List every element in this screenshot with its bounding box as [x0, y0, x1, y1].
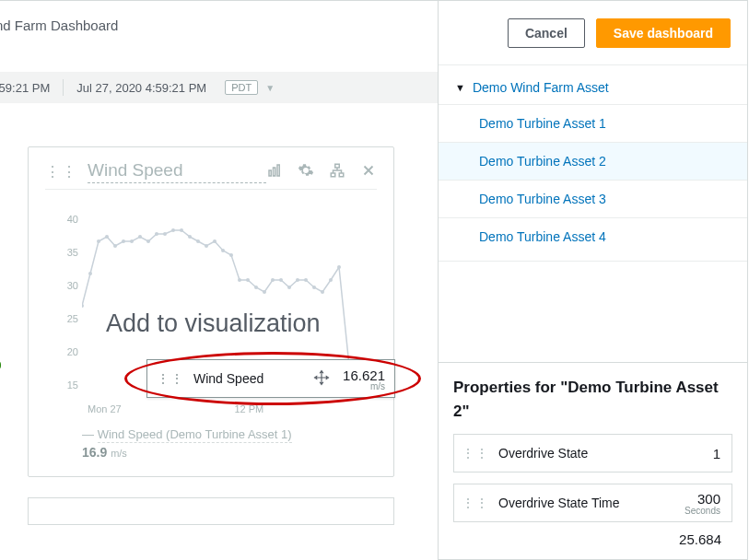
- close-icon[interactable]: [360, 162, 377, 181]
- svg-point-34: [312, 286, 316, 289]
- widget-title[interactable]: Wind Speed: [88, 160, 266, 183]
- right-panel: Cancel Save dashboard ▼ Demo Wind Farm A…: [438, 0, 748, 560]
- drop-overlay-text: Add to visualization: [106, 309, 321, 338]
- svg-rect-1: [274, 168, 275, 176]
- svg-point-13: [138, 235, 142, 239]
- svg-point-33: [304, 278, 308, 282]
- svg-point-27: [254, 286, 258, 289]
- svg-point-35: [321, 290, 324, 294]
- svg-point-18: [180, 228, 183, 232]
- hierarchy-icon[interactable]: [329, 162, 345, 181]
- time-range-bar: :59:21 PM Jul 27, 2020 4:59:21 PM PDT ▼: [0, 72, 438, 103]
- prop-unit: Seconds: [685, 507, 720, 515]
- chip-label: Wind Speed: [193, 371, 300, 386]
- svg-rect-3: [335, 164, 340, 168]
- svg-point-22: [213, 239, 217, 243]
- legend-label[interactable]: Wind Speed (Demo Turbine Asset 1): [98, 427, 292, 443]
- svg-point-10: [113, 244, 117, 248]
- svg-point-19: [188, 235, 192, 239]
- svg-point-17: [171, 228, 175, 232]
- svg-point-28: [263, 290, 266, 294]
- svg-rect-4: [331, 173, 335, 177]
- svg-point-9: [105, 235, 109, 239]
- svg-point-26: [246, 278, 250, 282]
- svg-point-15: [155, 232, 158, 236]
- chip-value: 16.621: [343, 368, 385, 383]
- svg-point-16: [163, 232, 167, 236]
- tree-child-4[interactable]: Demo Turbine Asset 4: [439, 217, 747, 255]
- time-end-partial: :59:21 PM: [0, 79, 63, 96]
- tree-child-1[interactable]: Demo Turbine Asset 1: [439, 104, 747, 142]
- dashboard-title: nd Farm Dashboard: [0, 1, 438, 33]
- chart-area: 40 35 30 25 20 15 Add to visualization ⋮…: [45, 195, 377, 416]
- tree-child-2[interactable]: Demo Turbine Asset 2: [439, 142, 747, 180]
- svg-point-6: [82, 304, 84, 308]
- timezone-caret-icon[interactable]: ▼: [265, 83, 275, 93]
- svg-point-21: [205, 244, 208, 248]
- save-dashboard-button[interactable]: Save dashboard: [596, 18, 731, 48]
- tree-child-3[interactable]: Demo Turbine Asset 3: [439, 180, 747, 217]
- svg-point-31: [287, 286, 291, 289]
- prop-value: 300: [697, 491, 720, 507]
- move-cursor-icon: [313, 369, 330, 389]
- prop-name: Overdrive State: [498, 446, 713, 461]
- svg-point-7: [88, 272, 92, 275]
- prop-value: 1: [713, 446, 720, 461]
- properties-title: Properties for "Demo Turbine Asset 2": [453, 376, 732, 423]
- properties-section: Properties for "Demo Turbine Asset 2" ⋮⋮…: [439, 362, 747, 547]
- cutoff-value: 25.684: [453, 531, 732, 547]
- tree-parent-label: Demo Wind Farm Asset: [473, 80, 609, 95]
- svg-rect-0: [269, 170, 271, 176]
- svg-point-12: [130, 239, 134, 243]
- svg-point-23: [221, 249, 225, 252]
- chip-drag-handle-icon[interactable]: ⋮⋮: [157, 376, 184, 382]
- chart-legend: — Wind Speed (Demo Turbine Asset 1) 16.9…: [45, 427, 377, 460]
- property-row-overdrive-state-time[interactable]: ⋮⋮ Overdrive State Time 300 Seconds: [453, 484, 732, 522]
- svg-point-30: [279, 278, 283, 282]
- svg-point-14: [146, 239, 150, 243]
- asset-tree: ▼ Demo Wind Farm Asset Demo Turbine Asse…: [439, 65, 747, 262]
- property-drag-chip[interactable]: ⋮⋮ Wind Speed 16.621 m/s: [146, 359, 395, 398]
- svg-rect-5: [339, 173, 344, 177]
- chip-unit: m/s: [343, 383, 385, 391]
- x-axis: Mon 27 12 PM: [88, 403, 377, 414]
- tree-caret-icon[interactable]: ▼: [455, 82, 465, 93]
- svg-point-32: [296, 278, 299, 282]
- prop-drag-handle-icon[interactable]: ⋮⋮: [462, 500, 489, 507]
- svg-point-20: [196, 239, 200, 243]
- svg-point-11: [122, 239, 125, 243]
- y-axis: 40 35 30 25 20 15: [62, 214, 78, 413]
- svg-point-29: [271, 278, 275, 282]
- svg-point-36: [329, 278, 333, 282]
- next-widget-peek[interactable]: [28, 497, 394, 525]
- tree-parent[interactable]: ▼ Demo Wind Farm Asset: [439, 71, 747, 104]
- side-value-green: 00: [0, 358, 1, 372]
- svg-point-24: [229, 253, 233, 257]
- property-row-overdrive-state[interactable]: ⋮⋮ Overdrive State 1: [453, 434, 732, 472]
- svg-point-8: [97, 239, 100, 243]
- time-full: Jul 27, 2020 4:59:21 PM: [63, 79, 219, 96]
- wind-speed-widget[interactable]: ⋮⋮ Wind Speed: [28, 146, 394, 477]
- svg-point-25: [238, 278, 241, 282]
- cancel-button[interactable]: Cancel: [508, 18, 585, 48]
- svg-point-37: [337, 265, 341, 269]
- widget-drag-handle-icon[interactable]: ⋮⋮: [45, 168, 78, 177]
- chart-type-icon[interactable]: [266, 162, 283, 181]
- prop-name: Overdrive State Time: [498, 496, 685, 510]
- prop-drag-handle-icon[interactable]: ⋮⋮: [462, 450, 489, 457]
- svg-rect-2: [277, 165, 279, 176]
- timezone-badge[interactable]: PDT: [225, 80, 258, 95]
- gear-icon[interactable]: [298, 162, 314, 181]
